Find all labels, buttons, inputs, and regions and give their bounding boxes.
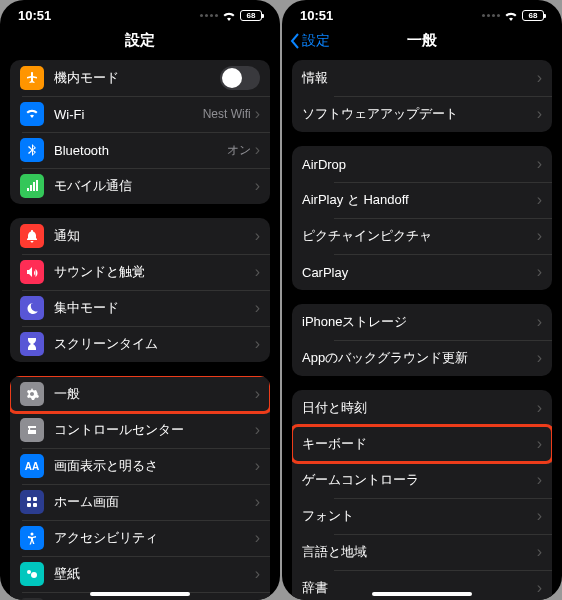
svg-rect-3 (27, 503, 31, 507)
toggle-switch[interactable] (220, 66, 260, 90)
settings-row[interactable]: Bluetoothオン› (10, 132, 270, 168)
row-label: 情報 (302, 69, 537, 87)
chevron-right-icon: › (537, 191, 542, 209)
settings-row[interactable]: 通知› (10, 218, 270, 254)
settings-row[interactable]: CarPlay› (292, 254, 552, 290)
cellular-signal-icon (200, 14, 218, 17)
airplane-icon (20, 66, 44, 90)
settings-row[interactable]: スクリーンタイム› (10, 326, 270, 362)
settings-group: iPhoneストレージ›Appのバックグラウンド更新› (292, 304, 552, 376)
settings-row[interactable]: 日付と時刻› (292, 390, 552, 426)
row-detail: オン (227, 142, 251, 159)
svg-point-5 (31, 533, 34, 536)
homescreen-icon (20, 490, 44, 514)
row-label: Wi-Fi (54, 107, 203, 122)
settings-group: 日付と時刻›キーボード›ゲームコントローラ›フォント›言語と地域›辞書› (292, 390, 552, 600)
wifi-status-icon (222, 11, 236, 21)
row-label: 言語と地域 (302, 543, 537, 561)
moon-icon (20, 296, 44, 320)
row-label: 画面表示と明るさ (54, 457, 255, 475)
page-title: 一般 (407, 31, 437, 50)
chevron-right-icon: › (255, 565, 260, 583)
row-label: 壁紙 (54, 565, 255, 583)
back-label: 設定 (302, 32, 330, 50)
settings-row[interactable]: コントロールセンター› (10, 412, 270, 448)
settings-group: 一般›コントロールセンター›AA画面表示と明るさ›ホーム画面›アクセシビリティ›… (10, 376, 270, 600)
wifi-status-icon (504, 11, 518, 21)
settings-row[interactable]: ホーム画面› (10, 484, 270, 520)
chevron-right-icon: › (255, 105, 260, 123)
row-label: ピクチャインピクチャ (302, 227, 537, 245)
settings-row[interactable]: iPhoneストレージ› (292, 304, 552, 340)
row-label: ソフトウェアアップデート (302, 105, 537, 123)
chevron-right-icon: › (255, 493, 260, 511)
settings-row[interactable]: アクセシビリティ› (10, 520, 270, 556)
chevron-right-icon: › (537, 507, 542, 525)
row-label: フォント (302, 507, 537, 525)
row-label: 通知 (54, 227, 255, 245)
cellular-icon (20, 174, 44, 198)
settings-row[interactable]: 一般› (10, 376, 270, 412)
settings-group: AirDrop›AirPlay と Handoff›ピクチャインピクチャ›Car… (292, 146, 552, 290)
home-indicator[interactable] (372, 592, 472, 596)
status-right: 68 (200, 10, 262, 21)
chevron-right-icon: › (537, 69, 542, 87)
settings-list[interactable]: 機内モードWi-FiNest Wifi›Bluetoothオン›モバイル通信›通… (0, 60, 280, 600)
left-screenshot: 10:51 68 設定 機内モードWi-FiNest Wifi›Bluetoot… (0, 0, 280, 600)
status-bar: 10:51 68 (0, 0, 280, 25)
chevron-right-icon: › (537, 579, 542, 597)
chevron-right-icon: › (537, 155, 542, 173)
cellular-signal-icon (482, 14, 500, 17)
nav-bar: 設定 一般 (282, 25, 562, 60)
chevron-right-icon: › (537, 399, 542, 417)
svg-rect-4 (33, 503, 37, 507)
settings-row[interactable]: Wi-FiNest Wifi› (10, 96, 270, 132)
battery-icon: 68 (240, 10, 262, 21)
chevron-right-icon: › (537, 349, 542, 367)
settings-row[interactable]: 壁紙› (10, 556, 270, 592)
svg-point-6 (27, 570, 31, 574)
chevron-right-icon: › (255, 457, 260, 475)
settings-row[interactable]: サウンドと触覚› (10, 254, 270, 290)
home-indicator[interactable] (90, 592, 190, 596)
row-label: サウンドと触覚 (54, 263, 255, 281)
settings-row[interactable]: フォント› (292, 498, 552, 534)
settings-row[interactable]: 情報› (292, 60, 552, 96)
status-right: 68 (482, 10, 544, 21)
row-label: 集中モード (54, 299, 255, 317)
settings-row[interactable]: AirDrop› (292, 146, 552, 182)
row-label: AirPlay と Handoff (302, 191, 537, 209)
settings-row[interactable]: 言語と地域› (292, 534, 552, 570)
chevron-right-icon: › (255, 529, 260, 547)
status-time: 10:51 (300, 8, 333, 23)
row-label: 一般 (54, 385, 255, 403)
settings-row[interactable]: モバイル通信› (10, 168, 270, 204)
row-label: 日付と時刻 (302, 399, 537, 417)
speaker-icon (20, 260, 44, 284)
row-detail: Nest Wifi (203, 107, 251, 121)
settings-row[interactable]: AA画面表示と明るさ› (10, 448, 270, 484)
svg-rect-2 (33, 497, 37, 501)
settings-row[interactable]: キーボード› (292, 426, 552, 462)
back-button[interactable]: 設定 (290, 32, 330, 50)
row-label: iPhoneストレージ (302, 313, 537, 331)
row-label: コントロールセンター (54, 421, 255, 439)
settings-row[interactable]: 集中モード› (10, 290, 270, 326)
row-label: スクリーンタイム (54, 335, 255, 353)
chevron-right-icon: › (255, 335, 260, 353)
settings-row[interactable]: 機内モード (10, 60, 270, 96)
chevron-right-icon: › (255, 141, 260, 159)
row-label: AirDrop (302, 157, 537, 172)
chevron-right-icon: › (537, 543, 542, 561)
settings-row[interactable]: ピクチャインピクチャ› (292, 218, 552, 254)
general-list[interactable]: 情報›ソフトウェアアップデート›AirDrop›AirPlay と Handof… (282, 60, 562, 600)
settings-row[interactable]: ゲームコントローラ› (292, 462, 552, 498)
settings-row[interactable]: AirPlay と Handoff› (292, 182, 552, 218)
bell-icon (20, 224, 44, 248)
settings-row[interactable]: ソフトウェアアップデート› (292, 96, 552, 132)
svg-point-7 (31, 572, 37, 578)
settings-group: 情報›ソフトウェアアップデート› (292, 60, 552, 132)
settings-row[interactable]: Appのバックグラウンド更新› (292, 340, 552, 376)
chevron-right-icon: › (537, 471, 542, 489)
chevron-right-icon: › (255, 177, 260, 195)
